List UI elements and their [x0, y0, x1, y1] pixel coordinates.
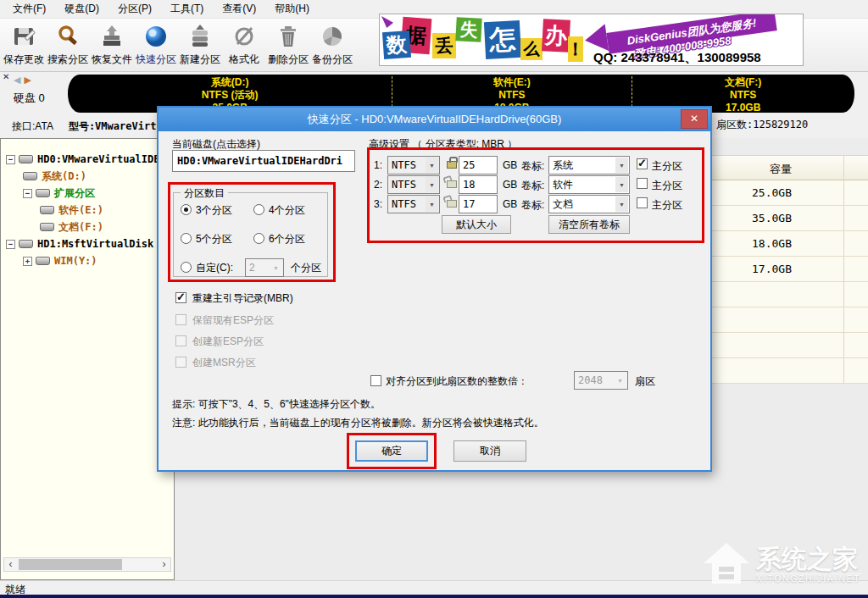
expand-icon[interactable]: +: [23, 257, 32, 266]
row2-unlock-icon[interactable]: [447, 180, 457, 188]
create-msr-checkbox: [175, 357, 186, 368]
chevron-down-icon: ▼: [615, 177, 628, 192]
collapse-icon[interactable]: −: [6, 240, 15, 249]
brush-icon: [381, 16, 393, 28]
default-size-button[interactable]: 默认大小: [442, 215, 511, 234]
custom-count-suffix: 个分区: [291, 261, 321, 275]
save-changes-button[interactable]: 保存更改: [2, 19, 46, 70]
row3-fs-select[interactable]: NTFS ▼: [387, 195, 440, 213]
align-sectors-value: 2048: [578, 374, 603, 386]
menu-partition[interactable]: 分区(P): [108, 0, 161, 19]
row2-primary-checkbox[interactable]: [637, 178, 648, 189]
delete-partition-button[interactable]: 删除分区: [266, 19, 310, 70]
tree-item-label: 软件(E:): [58, 203, 103, 218]
tree-item-document[interactable]: 文档(F:): [1, 219, 174, 235]
radio-6-partitions[interactable]: [253, 233, 264, 244]
tree-item-label: 扩展分区: [54, 186, 95, 201]
row1-lock-icon[interactable]: [447, 161, 457, 169]
rebuild-mbr-label[interactable]: 重建主引导记录(MBR): [192, 291, 293, 306]
current-disk-field[interactable]: HD0:VMwareVirtualIDEHardDri: [172, 150, 355, 172]
warning-text: 注意: 此功能执行后，当前磁盘上的现有分区将被删除。新分区将会被快速格式化。: [172, 416, 544, 430]
new-partition-icon: [187, 24, 213, 52]
align-label[interactable]: 对齐分区到此扇区数的整数倍：: [386, 374, 528, 389]
menu-tools[interactable]: 工具(T): [161, 0, 213, 19]
row2-primary-label[interactable]: 主分区: [652, 179, 682, 193]
row2-unit: GB: [503, 179, 517, 191]
new-partition-button[interactable]: 新建分区: [178, 19, 222, 70]
row3-unlock-icon[interactable]: [447, 200, 457, 208]
dialog-close-button[interactable]: ✕: [681, 109, 708, 129]
horizontal-scrollbar[interactable]: ‹ ›: [3, 557, 171, 572]
keep-esp-checkbox: [175, 314, 186, 325]
tree-item-label: 系统(D:): [42, 169, 86, 184]
tree-item-wim[interactable]: + WIM(Y:): [1, 252, 174, 269]
tree-item-extended[interactable]: − 扩展分区: [1, 185, 174, 202]
cancel-button[interactable]: 取消: [453, 440, 526, 462]
disk-icon: [19, 155, 33, 163]
row1-size-input[interactable]: 25: [459, 156, 498, 174]
trash-icon: [275, 24, 301, 52]
row1-primary-checkbox[interactable]: [637, 158, 648, 169]
search-partition-button[interactable]: 搜索分区: [46, 19, 90, 70]
row2-volume-select[interactable]: 软件 ▼: [548, 175, 630, 194]
tree-item-hd0[interactable]: − HD0:VMwareVirtualIDE: [1, 151, 174, 168]
disk-icon: [19, 240, 33, 248]
ok-button[interactable]: 确定: [355, 440, 428, 462]
menu-disk[interactable]: 硬盘(D): [55, 0, 108, 19]
row2-index: 2:: [374, 179, 382, 191]
status-text: 就绪: [5, 584, 25, 595]
partition-fs: NTFS: [392, 89, 632, 102]
align-checkbox[interactable]: [370, 375, 381, 386]
prev-disk-icon[interactable]: ◀: [14, 75, 24, 85]
collapse-icon[interactable]: −: [23, 189, 32, 198]
ad-tile: 么: [520, 38, 542, 60]
create-msr-label: 创建MSR分区: [192, 356, 256, 370]
quick-partition-button[interactable]: 快速分区: [134, 19, 178, 70]
menu-view[interactable]: 查看(V): [213, 0, 265, 19]
radio-3-partitions[interactable]: [181, 204, 192, 215]
radio-5-partitions[interactable]: [181, 233, 192, 244]
tree-item-software[interactable]: 软件(E:): [1, 202, 174, 219]
radio-4-label[interactable]: 4个分区: [269, 203, 305, 218]
panel-close-icon[interactable]: ✕: [3, 72, 9, 81]
ad-tile: 失: [455, 17, 481, 42]
disk-interface: 接口:ATA: [12, 119, 53, 134]
status-bar: 就绪: [0, 580, 868, 595]
menu-file[interactable]: 文件(F): [3, 0, 55, 19]
backup-partition-button[interactable]: 备份分区: [310, 19, 354, 70]
disk-icon: [36, 257, 50, 265]
row2-fs-select[interactable]: NTFS ▼: [387, 175, 440, 194]
row3-primary-checkbox[interactable]: [637, 197, 648, 208]
format-button[interactable]: 格式化: [222, 19, 266, 70]
partition-count-legend: 分区数目: [181, 186, 228, 201]
scroll-right-icon[interactable]: ›: [158, 558, 170, 571]
menu-help[interactable]: 帮助(H): [265, 0, 319, 19]
row3-primary-label[interactable]: 主分区: [652, 198, 682, 213]
tool-label: 删除分区: [268, 53, 309, 67]
row1-fs-select[interactable]: NTFS ▼: [387, 156, 440, 174]
collapse-icon[interactable]: −: [6, 155, 15, 164]
row2-size-input[interactable]: 18: [459, 175, 498, 194]
recover-files-icon: [99, 24, 125, 52]
clear-labels-button[interactable]: 清空所有卷标: [548, 215, 630, 234]
row3-volume-select[interactable]: 文档 ▼: [548, 195, 630, 213]
next-disk-icon[interactable]: ▶: [24, 75, 34, 85]
radio-custom-partitions[interactable]: [181, 262, 192, 273]
radio-6-label[interactable]: 6个分区: [269, 232, 305, 246]
radio-3-label[interactable]: 3个分区: [196, 203, 232, 218]
scrollbar-thumb[interactable]: [19, 559, 122, 570]
chevron-down-icon: ▼: [270, 260, 282, 275]
row1-primary-label[interactable]: 主分区: [652, 159, 682, 174]
tree-item-system[interactable]: 系统(D:): [1, 168, 174, 185]
radio-4-partitions[interactable]: [253, 204, 264, 215]
tree-item-hd1[interactable]: − HD1:MsftVirtualDisk: [1, 235, 174, 252]
rebuild-mbr-checkbox[interactable]: [175, 292, 186, 303]
recover-files-button[interactable]: 恢复文件: [90, 19, 134, 70]
scroll-left-icon[interactable]: ‹: [4, 558, 17, 571]
row1-volume-select[interactable]: 系统 ▼: [548, 156, 630, 174]
radio-custom-label[interactable]: 自定(C):: [196, 261, 233, 275]
partition-name: 系统(D:): [68, 76, 392, 89]
bottom-accent-line: [0, 595, 868, 598]
radio-5-label[interactable]: 5个分区: [196, 232, 232, 246]
row3-size-input[interactable]: 17: [459, 195, 498, 213]
